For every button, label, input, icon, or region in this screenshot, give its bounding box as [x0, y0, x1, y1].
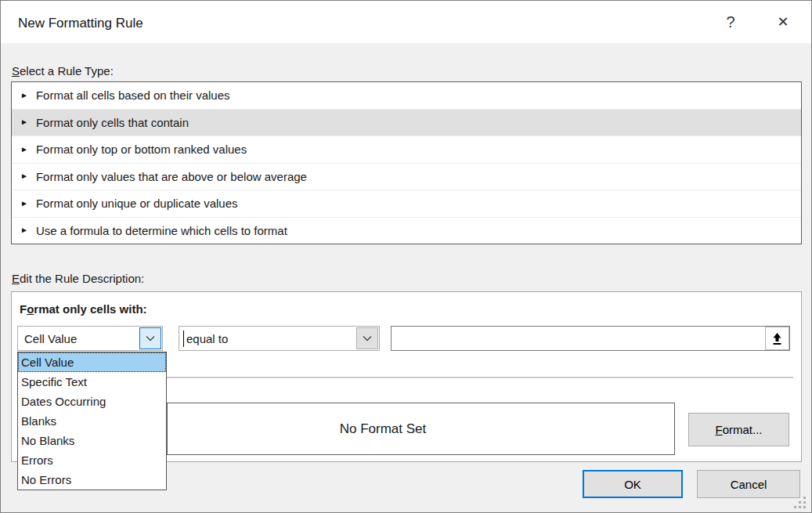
text-caret — [183, 331, 184, 347]
rule-type-option-label: Format only cells that contain — [36, 116, 189, 129]
cell-type-value: Cell Value — [24, 327, 77, 350]
rule-type-option[interactable]: ► Use a formula to determine which cells… — [12, 218, 801, 244]
dropdown-option[interactable]: No Blanks — [18, 431, 166, 450]
help-icon: ? — [726, 13, 734, 31]
resize-grip[interactable] — [793, 496, 806, 508]
rule-value-input[interactable] — [392, 327, 763, 350]
cancel-button[interactable]: Cancel — [697, 470, 800, 498]
rule-arrow-icon: ► — [20, 146, 28, 154]
chevron-down-icon — [363, 335, 372, 341]
dropdown-option[interactable]: No Errors — [18, 470, 166, 490]
new-formatting-rule-dialog: New Formatting Rule ? ✕ Select a Rule Ty… — [0, 0, 812, 513]
format-button[interactable]: Format... — [688, 413, 789, 446]
collapse-dialog-button[interactable] — [765, 327, 789, 350]
rule-type-option-label: Format all cells based on their values — [36, 89, 230, 102]
rule-value-field — [391, 326, 790, 351]
rule-arrow-icon: ► — [20, 172, 28, 180]
format-preview-text: No Format Set — [168, 403, 598, 454]
cell-type-dropdown-list: Cell Value Specific Text Dates Occurring… — [17, 352, 167, 490]
rule-type-option[interactable]: ► Format only top or bottom ranked value… — [12, 136, 801, 164]
rule-type-option[interactable]: ► Format only values that are above or b… — [12, 164, 801, 191]
rule-arrow-icon: ► — [20, 92, 28, 99]
rule-type-option-label: Format only values that are above or bel… — [36, 170, 307, 183]
title-bar: New Formatting Rule ? ✕ — [1, 1, 811, 43]
rule-arrow-icon: ► — [20, 118, 28, 126]
cell-type-combobox[interactable]: Cell Value — [17, 326, 163, 351]
rule-type-list: ► Format all cells based on their values… — [11, 81, 802, 244]
dropdown-option[interactable]: Specific Text — [18, 372, 166, 392]
help-button[interactable]: ? — [713, 1, 748, 43]
close-button[interactable]: ✕ — [766, 1, 800, 43]
dropdown-option[interactable]: Dates Occurring — [18, 392, 166, 411]
rule-type-option[interactable]: ► Format only unique or duplicate values — [12, 190, 801, 218]
format-preview-box: No Format Set — [167, 403, 675, 455]
ok-button[interactable]: OK — [583, 470, 683, 498]
rule-type-label: Select a Rule Type: — [12, 64, 114, 78]
rule-arrow-icon: ► — [20, 226, 28, 234]
edit-description-label: Edit the Rule Description: — [12, 272, 144, 285]
operator-value: equal to — [186, 327, 228, 350]
condition-label: Format only cells with: — [20, 302, 147, 316]
rule-type-option-label: Use a formula to determine which cells t… — [36, 224, 287, 237]
rule-type-option-label: Format only unique or duplicate values — [36, 197, 238, 210]
rule-type-option[interactable]: ► Format all cells based on their values — [12, 82, 801, 110]
range-picker-up-arrow-icon — [771, 332, 783, 345]
close-icon: ✕ — [777, 13, 789, 31]
chevron-down-icon — [146, 335, 155, 341]
dropdown-option[interactable]: Blanks — [18, 411, 166, 431]
dropdown-option[interactable]: Errors — [18, 450, 166, 470]
rule-arrow-icon: ► — [20, 200, 28, 208]
dropdown-option[interactable]: Cell Value — [18, 352, 166, 372]
dialog-title: New Formatting Rule — [18, 16, 143, 31]
cell-type-dropdown-button[interactable] — [139, 327, 161, 349]
operator-dropdown-button[interactable] — [356, 327, 378, 349]
operator-combobox[interactable]: equal to — [179, 326, 380, 351]
rule-type-option[interactable]: ► Format only cells that contain — [12, 110, 801, 137]
rule-type-option-label: Format only top or bottom ranked values — [36, 143, 247, 156]
